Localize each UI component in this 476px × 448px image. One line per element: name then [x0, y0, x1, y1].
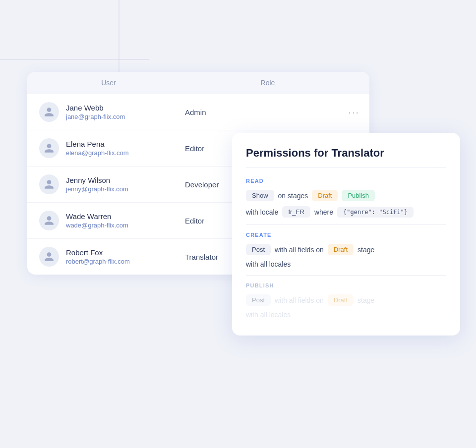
user-icon	[44, 215, 55, 226]
text-with-all-fields-publish: with all fields on	[275, 296, 324, 304]
text-on-stages: on stages	[278, 192, 308, 200]
permission-row-publish-2: with all locales	[246, 311, 446, 319]
avatar	[39, 138, 59, 158]
text-with-locale: with locale	[246, 208, 278, 216]
user-icon	[44, 179, 55, 190]
text-stage-publish: stage	[357, 296, 374, 304]
user-info: Jenny Wilson jenny@graph-flix.com	[66, 176, 185, 193]
permissions-title: Permissions for Translator	[246, 147, 446, 168]
text-stage-create: stage	[357, 246, 374, 254]
avatar	[39, 174, 59, 194]
user-info: Jane Webb jane@graph-flix.com	[66, 104, 185, 120]
user-email: robert@graph-flix.com	[66, 258, 185, 265]
user-icon	[44, 107, 55, 117]
permission-row-publish-1: Post with all fields on Draft stage	[246, 294, 446, 306]
user-role: Admin	[185, 108, 357, 116]
column-header-user: User	[39, 79, 178, 87]
pill-locale: fr_FR	[282, 206, 310, 218]
user-info: Elena Pena elena@graph-flix.com	[66, 140, 185, 157]
user-info: Wade Warren wade@graph-flix.com	[66, 212, 185, 229]
user-icon	[44, 143, 55, 154]
permission-row-create-1: Post with all fields on Draft stage	[246, 244, 446, 255]
section-divider-2	[246, 275, 446, 276]
avatar	[39, 211, 59, 230]
user-icon	[44, 251, 55, 262]
section-divider	[246, 224, 446, 225]
section-label-publish: PUBLISH	[246, 282, 446, 288]
permission-row-read-1: Show on stages Draft Publish	[246, 190, 446, 201]
pill-publish-read: Publish	[342, 190, 375, 201]
text-with-all-locales-publish: with all locales	[246, 311, 291, 319]
text-with-all-locales-create: with all locales	[246, 260, 291, 268]
permissions-card: Permissions for Translator READ Show on …	[232, 133, 460, 336]
more-button[interactable]: ···	[348, 107, 359, 118]
user-email: elena@graph-flix.com	[66, 149, 185, 157]
pill-condition: {"genre": "SciFi"}	[337, 207, 414, 218]
text-where: where	[314, 208, 333, 216]
text-with-all-fields-create: with all fields on	[275, 246, 324, 254]
permission-row-read-2: with locale fr_FR where {"genre": "SciFi…	[246, 206, 446, 218]
user-email: jane@graph-flix.com	[66, 113, 185, 120]
avatar	[39, 247, 59, 267]
section-label-create: CREATE	[246, 232, 446, 238]
column-header-role: Role	[178, 79, 357, 87]
avatar	[39, 102, 59, 122]
section-label-read: READ	[246, 178, 446, 184]
user-info: Robert Fox robert@graph-flix.com	[66, 248, 185, 265]
user-name: Jane Webb	[66, 104, 185, 112]
user-name: Wade Warren	[66, 212, 185, 221]
user-name: Robert Fox	[66, 248, 185, 257]
pill-draft-create: Draft	[328, 244, 354, 255]
user-name: Jenny Wilson	[66, 176, 185, 184]
pill-post-create: Post	[246, 244, 271, 255]
table-header: User Role	[27, 72, 369, 94]
background-grid	[0, 0, 149, 74]
permission-row-create-2: with all locales	[246, 260, 446, 268]
pill-post-publish: Post	[246, 294, 271, 306]
pill-draft-publish: Draft	[328, 294, 354, 306]
pill-show: Show	[246, 190, 274, 201]
user-email: jenny@graph-flix.com	[66, 185, 185, 193]
pill-draft-read: Draft	[312, 190, 338, 201]
table-row: Jane Webb jane@graph-flix.com Admin ···	[27, 94, 369, 130]
user-name: Elena Pena	[66, 140, 185, 148]
user-email: wade@graph-flix.com	[66, 222, 185, 229]
